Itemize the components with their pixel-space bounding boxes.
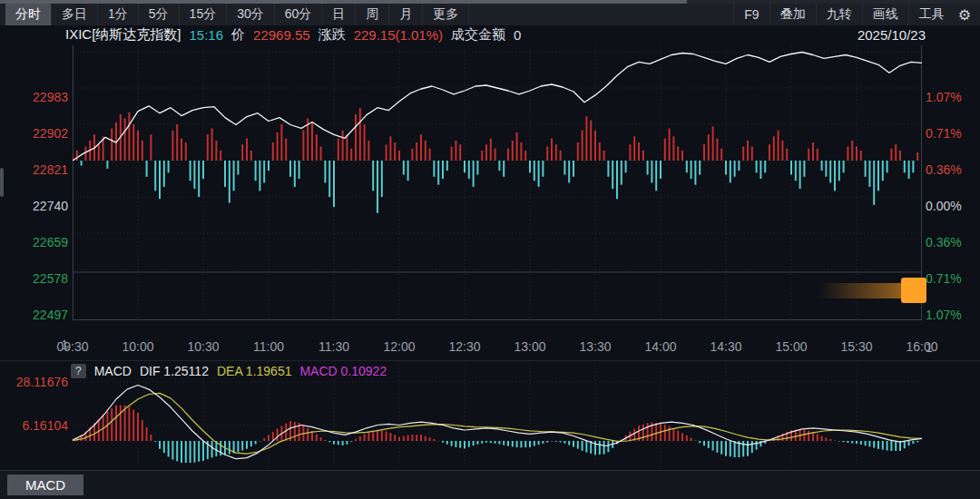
period-tab-1分[interactable]: 1分 — [98, 4, 139, 25]
tool-F9[interactable]: F9 — [733, 4, 769, 25]
price-label: 价 — [231, 26, 245, 44]
tool-九转[interactable]: 九转 — [816, 4, 862, 25]
info-bar: IXIC[纳斯达克指数] 15:16 价 22969.55 涨跌 229.15(… — [0, 24, 980, 45]
time-label: 10:00 — [122, 339, 153, 354]
quote-time: 15:16 — [190, 27, 224, 43]
macd-tick-label: 6.16104 — [0, 417, 68, 434]
change-value: 229.15(1.01%) — [354, 27, 443, 43]
percent-tick-label: 0.00% — [926, 198, 978, 214]
time-label: 13:00 — [514, 339, 545, 354]
price-tick-label: 22740 — [0, 198, 68, 214]
trading-terminal: 分时多日1分5分15分30分60分日周月更多 F9叠加九转画线工具 ⚙ IXIC… — [0, 0, 980, 499]
percent-tick-label: 0.36% — [926, 234, 978, 250]
turnover-label: 成交金额 — [451, 26, 505, 44]
percent-axis-right: 1.07%0.71%0.36%0.00%0.36%0.71%1.07%1 — [926, 45, 980, 360]
left-scrollbar-thumb[interactable] — [0, 168, 4, 197]
tool-叠加[interactable]: 叠加 — [769, 4, 816, 25]
time-label: 15:00 — [775, 339, 807, 354]
toolbar-tools: F9叠加九转画线工具 — [733, 4, 954, 25]
time-label: 13:30 — [579, 339, 611, 354]
time-label: 14:30 — [710, 339, 741, 354]
macd-pane: ? MACD DIF 1.25112 DEA 1.19651 MACD 0.10… — [0, 360, 980, 471]
period-tab-周[interactable]: 周 — [356, 4, 389, 25]
period-tab-分时[interactable]: 分时 — [5, 4, 52, 25]
macd-header: ? MACD DIF 1.25112 DEA 1.19651 MACD 0.10… — [71, 364, 387, 378]
time-label: 09:30 — [56, 339, 88, 354]
period-tab-日[interactable]: 日 — [322, 4, 356, 25]
time-axis: 09:3010:0010:3011:0011:3012:0012:3013:00… — [0, 338, 980, 357]
price-tick-label: 22659 — [0, 234, 68, 250]
percent-tick-label: 0.71% — [926, 270, 978, 287]
time-label: 14:00 — [644, 339, 676, 354]
time-label: 16:00 — [906, 339, 937, 354]
bottom-tab-bar: MACD — [0, 470, 980, 499]
tab-macd[interactable]: MACD — [7, 475, 83, 495]
dif-value: DIF 1.25112 — [140, 364, 209, 378]
price-tick-label: 22821 — [0, 161, 68, 178]
price-tick-label: 22497 — [0, 307, 68, 323]
price-tick-label: 22902 — [0, 125, 68, 142]
dea-value: DEA 1.19651 — [217, 364, 292, 378]
time-label: 12:00 — [383, 339, 415, 354]
price-chart-pane: 229832290222821227402265922578224971 1.0… — [0, 45, 980, 360]
period-tab-多日[interactable]: 多日 — [52, 4, 98, 25]
settings-gear-icon[interactable]: ⚙ — [955, 4, 980, 25]
period-tab-60分[interactable]: 60分 — [275, 4, 323, 25]
period-tab-30分[interactable]: 30分 — [227, 4, 275, 25]
macd-title: MACD — [94, 364, 132, 378]
price-value: 22969.55 — [253, 27, 310, 43]
change-label: 涨跌 — [318, 26, 346, 44]
price-chart-canvas[interactable] — [73, 45, 922, 320]
price-axis-left: 229832290222821227402265922578224971 — [0, 45, 68, 360]
time-label: 11:00 — [253, 339, 284, 354]
marker-trail — [818, 283, 902, 298]
percent-tick-label: 0.36% — [926, 161, 978, 178]
percent-tick-label: 1.07% — [926, 89, 978, 105]
help-icon[interactable]: ? — [71, 364, 86, 378]
period-tab-15分[interactable]: 15分 — [180, 4, 228, 25]
symbol-name: IXIC[纳斯达克指数] — [65, 26, 181, 44]
time-label: 12:30 — [448, 339, 480, 354]
toolbar: 分时多日1分5分15分30分60分日周月更多 F9叠加九转画线工具 ⚙ — [0, 4, 980, 25]
percent-tick-label: 0.71% — [926, 125, 978, 142]
drag-marker[interactable] — [901, 278, 926, 303]
time-label: 15:30 — [840, 339, 872, 354]
trade-date: 2025/10/23 — [858, 27, 926, 43]
period-tab-月[interactable]: 月 — [389, 4, 423, 25]
time-label: 10:30 — [187, 339, 219, 354]
period-tabs: 分时多日1分5分15分30分60分日周月更多 — [0, 4, 469, 25]
macd-axis-left: 28.116766.16104 — [0, 361, 68, 471]
period-tab-5分[interactable]: 5分 — [139, 4, 180, 25]
price-tick-label: 22983 — [0, 89, 68, 105]
tool-画线[interactable]: 画线 — [862, 4, 908, 25]
macd-tick-label: 28.11676 — [0, 374, 68, 390]
tool-工具[interactable]: 工具 — [908, 4, 955, 25]
period-tab-更多[interactable]: 更多 — [423, 4, 469, 25]
percent-tick-label: 1.07% — [926, 307, 978, 323]
price-tick-label: 22578 — [0, 270, 68, 287]
macd-value: MACD 0.10922 — [299, 364, 387, 378]
time-label: 11:30 — [318, 339, 349, 354]
turnover-value: 0 — [514, 27, 521, 43]
